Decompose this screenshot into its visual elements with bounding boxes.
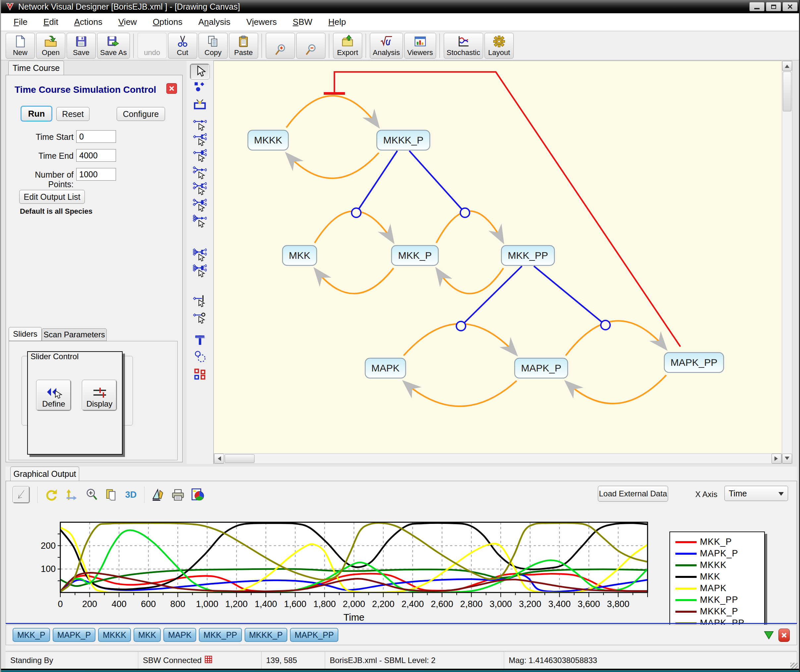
toolbar-button-cut[interactable]: Cut: [168, 33, 197, 59]
species-button-MAPK_P[interactable]: MAPK_P: [53, 628, 96, 642]
close-output-icon[interactable]: [778, 629, 790, 642]
activation-tool[interactable]: [190, 310, 210, 325]
toolbar-button-paste[interactable]: Paste: [229, 33, 258, 59]
print-graph-button[interactable]: [170, 486, 186, 503]
reaction-reverse-MAPK_P-MAPK_PP[interactable]: [566, 375, 666, 403]
toolbar-button-save[interactable]: Save: [67, 33, 96, 59]
catalysis-edge-MKK_PP[interactable]: [534, 266, 605, 325]
toolbar-button-analysis[interactable]: Analysis: [370, 33, 403, 59]
tab-time-course[interactable]: Time Course: [8, 61, 64, 75]
species-button-MKK[interactable]: MKK: [134, 628, 161, 642]
node-MKK_PP[interactable]: MKK_PP: [501, 246, 554, 266]
menu-view[interactable]: View: [110, 15, 145, 29]
species-button-MKK_P[interactable]: MKK_P: [13, 628, 50, 642]
tab-scan-parameters[interactable]: Scan Parameters: [42, 328, 107, 341]
species-button-MAPK_PP[interactable]: MAPK_PP: [290, 628, 338, 642]
reaction-uni-uni-tool[interactable]: [190, 117, 210, 132]
minimize-button[interactable]: [749, 2, 765, 11]
catalysis-edge-MKK_PP[interactable]: [461, 266, 522, 326]
canvas-vertical-scrollbar[interactable]: [782, 61, 792, 464]
chart-options-button[interactable]: [190, 486, 206, 503]
reaction-bi-bi-tool[interactable]: [190, 181, 210, 197]
menu-viewers[interactable]: Viewers: [238, 15, 285, 29]
inhibition-tool[interactable]: [190, 293, 210, 309]
catalysis-circle[interactable]: [352, 208, 361, 218]
define-sliders-button[interactable]: Define: [37, 380, 71, 411]
circles-tool[interactable]: [190, 349, 210, 364]
species-button-MKKK_P[interactable]: MKKK_P: [245, 628, 287, 642]
species-tool[interactable]: [190, 80, 210, 95]
node-MKKK_P[interactable]: MKKK_P: [377, 130, 430, 150]
inhibition-edge-MAPK_PP[interactable]: [334, 72, 680, 347]
species-button-MKK_PP[interactable]: MKK_PP: [199, 628, 242, 642]
menu-help[interactable]: Help: [320, 15, 354, 29]
node-MAPK_PP[interactable]: MAPK_PP: [664, 352, 724, 373]
catalysis-circle[interactable]: [601, 320, 610, 330]
drawing-canvas[interactable]: MKKKMKKK_PMKKMKK_PMKK_PPMAPKMAPK_PMAPK_P…: [214, 61, 782, 453]
num-points-input[interactable]: [76, 168, 116, 181]
time-end-input[interactable]: [76, 149, 116, 162]
reaction-tri-tri-tool[interactable]: [190, 264, 210, 279]
species-button-MAPK[interactable]: MAPK: [163, 628, 196, 642]
reaction-reverse-MAPK-MAPK_P[interactable]: [404, 381, 517, 406]
scroll-left-button[interactable]: [214, 454, 224, 464]
toolbar-button-zoom-out-icon[interactable]: [296, 33, 325, 59]
select-tool[interactable]: [190, 64, 210, 79]
toolbar-button-layout[interactable]: Layout: [485, 33, 514, 59]
menu-analysis[interactable]: Analysis: [190, 15, 238, 29]
menu-actions[interactable]: Actions: [66, 15, 110, 29]
toolbar-button-zoom-in-icon[interactable]: [266, 33, 295, 59]
x-axis-select[interactable]: Time: [725, 486, 788, 501]
run-button[interactable]: Run: [21, 106, 52, 122]
time-start-input[interactable]: [76, 130, 116, 143]
toolbar-button-new[interactable]: New: [6, 33, 35, 59]
reaction-bi-tri-tool[interactable]: [190, 198, 210, 213]
catalysis-edge-MKKK_P[interactable]: [356, 151, 397, 213]
maximize-button[interactable]: [766, 2, 781, 11]
panel-close-icon[interactable]: [166, 83, 177, 94]
menu-file[interactable]: File: [6, 15, 35, 29]
catalysis-circle[interactable]: [456, 322, 466, 331]
edit-output-list-button[interactable]: Edit Output List: [19, 190, 85, 204]
toolbar-button-copy[interactable]: Copy: [198, 33, 228, 59]
toolbar-button-viewers[interactable]: Viewers: [404, 33, 436, 59]
tab-graphical-output[interactable]: Graphical Output: [10, 467, 79, 481]
toolbar-button-stochastic[interactable]: Stochastic: [444, 33, 483, 59]
pointer-tool-button[interactable]: [13, 486, 29, 503]
node-MKK_P[interactable]: MKK_P: [392, 246, 438, 266]
reaction-bi-uni-tool[interactable]: [190, 165, 210, 181]
close-button[interactable]: [782, 2, 798, 11]
three-d-button[interactable]: 3D: [123, 486, 139, 503]
alignment-tool[interactable]: [190, 367, 210, 382]
reaction-forward-MAPK_P-MAPK_PP[interactable]: [566, 321, 666, 355]
text-tool[interactable]: [190, 332, 210, 347]
compartment-tool[interactable]: [190, 96, 210, 112]
catalysis-edge-MKKK_P[interactable]: [409, 151, 465, 213]
reaction-uni-tri-tool[interactable]: [190, 148, 210, 163]
reset-button[interactable]: Reset: [56, 107, 90, 121]
horizontal-scroll-thumb[interactable]: [225, 454, 254, 463]
collapse-triangle-icon[interactable]: [764, 631, 774, 640]
copy-graph-button[interactable]: [103, 486, 119, 503]
reaction-reverse-MKK-MKK_P[interactable]: [315, 268, 394, 294]
edit-graph-button[interactable]: [150, 486, 166, 503]
refresh-button[interactable]: [43, 486, 60, 503]
reaction-reverse-MKK_P-MKK_PP[interactable]: [437, 268, 504, 294]
tab-sliders[interactable]: Sliders: [9, 327, 42, 341]
configure-button[interactable]: Configure: [117, 107, 165, 121]
vertical-scroll-thumb[interactable]: [783, 72, 791, 111]
node-MAPK[interactable]: MAPK: [365, 358, 406, 378]
reaction-tri-uni-tool[interactable]: [190, 214, 210, 229]
catalysis-circle[interactable]: [460, 208, 470, 218]
toolbar-button-save-as[interactable]: Save As: [97, 33, 130, 59]
node-MKK[interactable]: MKK: [283, 246, 317, 266]
scroll-down-button[interactable]: [782, 454, 792, 464]
menu-options[interactable]: Options: [145, 15, 190, 29]
scroll-right-button[interactable]: [771, 454, 781, 464]
display-sliders-button[interactable]: Display: [82, 380, 117, 411]
load-external-data-button[interactable]: Load External Data: [598, 486, 668, 502]
node-MKKK[interactable]: MKKK: [248, 130, 288, 150]
reaction-forward-MKKK-MKKK_P[interactable]: [286, 96, 378, 128]
reaction-uni-bi-tool[interactable]: [190, 132, 210, 147]
species-button-MKKK[interactable]: MKKK: [98, 628, 131, 642]
